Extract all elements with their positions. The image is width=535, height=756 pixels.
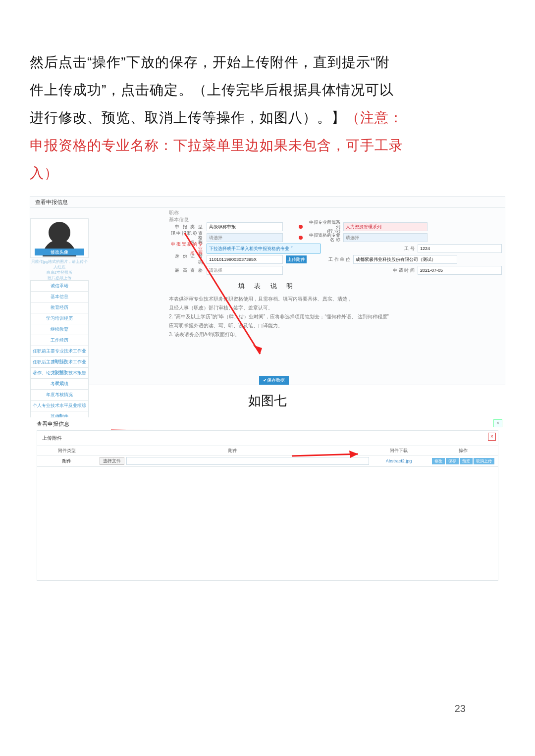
side-item-2[interactable]: 教育经历 (30, 302, 89, 313)
fig2-sub-title: 上传附件 (42, 435, 62, 442)
fig2-inner-close-button[interactable]: × (488, 433, 496, 441)
avatar-placeholder (49, 222, 70, 244)
fig2-table-header: 附件类型 附件 附件下载 操作 (37, 446, 498, 455)
val-r-xl[interactable]: 人力资源管理系列 (343, 222, 428, 231)
op-save[interactable]: 保存 (446, 458, 459, 464)
svg-marker-1 (253, 345, 262, 354)
save-data-button[interactable]: ✔保存数据 (259, 376, 289, 385)
side-item-9[interactable]: 考试成绩 (30, 378, 89, 390)
upload-attachment-button[interactable]: 上传附件 (286, 255, 307, 263)
side-item-10[interactable]: 年度考核情况 (30, 389, 89, 401)
op-cancel[interactable]: 取消上传 (474, 458, 494, 464)
para-line-1: 然后点击“操作”下放的保存，开始上传附件，直到提示“附 (30, 50, 505, 75)
figure-8: 查看申报信息 × 上传附件 × 附件类型 附件 附件下载 操作 附件 (30, 417, 505, 586)
h-download: 附件下载 (369, 446, 428, 455)
lbl-sfz: 身 份 证 号 码 (169, 253, 204, 266)
figure-7-caption: 如图七 (30, 392, 505, 409)
fig2-outer-close-button[interactable]: × (493, 419, 502, 427)
val-r-gh: 1224 (418, 244, 502, 253)
para-line-3: 进行修改、预览、取消上传等操作，如图八）。】（注意： (30, 105, 505, 131)
figure-7: 查看申报信息 职称 基本信息 修改头像 只能传jpg格式的图片，请上传个人红底 … (30, 196, 505, 385)
lbl-r-zy: 申报资格的专业 名 称 (306, 233, 340, 242)
para-line-4: 申报资格的专业名称：下拉菜单里边如果未包含，可手工录 (30, 133, 505, 158)
page-number: 23 (455, 703, 466, 714)
op-edit[interactable]: 修改 (432, 458, 445, 464)
fill-line-4: 3. 该表请务必用A4纸双面打印。 (169, 330, 490, 339)
val-r-zy[interactable]: 请选择 (343, 233, 428, 242)
download-link[interactable]: Abstract2.jpg (369, 455, 428, 467)
side-item-7[interactable]: 任职后主要专业技术工作业绩登记 (30, 356, 89, 368)
lbl-r-sj: 申 请 时 间 (380, 267, 415, 274)
para-line-5: 入） (30, 160, 505, 186)
side-item-5[interactable]: 工作经历 (30, 335, 89, 346)
side-item-3[interactable]: 学习培训经历 (30, 313, 89, 324)
fill-instructions: 本表供评审专业技术职务任职资格使用，且需存档。填写内容要具体、真实、清楚， 且经… (169, 295, 490, 339)
lbl-zg: 最 高 资 格 (169, 267, 204, 274)
para-line-2: 件上传成功”，点击确定。（上传完毕后根据具体情况可以 (30, 77, 505, 103)
h-ops: 操作 (428, 446, 498, 455)
fig1-title: 查看申报信息 (35, 199, 68, 206)
fill-line-3: 应写明掌握外语的读、写、听、说及笔、口译能力。 (169, 321, 490, 330)
fill-line-0: 本表供评审专业技术职务任职资格使用，且需存档。填写内容要具体、真实、清楚， (169, 295, 490, 303)
required-dot-icon (299, 236, 303, 240)
fig1-form: 申 报 类 型 高级职称申报 申报专业所属系列 (行 业) 人力资源管理系列 现… (169, 221, 502, 276)
lbl-r-dw: 工 作 单 位 (316, 256, 350, 263)
row-type: 附件 (37, 455, 97, 467)
val-sfz: 110101199003037395X (207, 255, 283, 264)
lbl-sblx: 申 报 类 型 (169, 224, 204, 230)
h-type: 附件类型 (37, 446, 97, 455)
lbl-r-gh: 工 号 (380, 246, 415, 252)
val-sbzy[interactable]: 下拉选择或手工录入相关申报资格的专业 ˅ (207, 244, 321, 253)
val-zg[interactable]: 请选择 (207, 266, 283, 275)
val-r-dw: 成都紫极伟业科技股份有限公司（测试） (353, 255, 457, 264)
choose-file-button[interactable]: 选择文件 (100, 457, 124, 465)
tab-zhicheng[interactable]: 职称 (169, 209, 179, 216)
fill-line-1: 且经人事（职改）部门审核、签字、盖章认可。 (169, 303, 490, 312)
fig1-sidebar: 修改头像 只能传jpg格式的图片，请上传个人红底 白底1寸登照所 照片必须上传 … (30, 218, 89, 422)
fig2-outer-title: 查看申报信息 (37, 420, 498, 428)
op-preview[interactable]: 预览 (460, 458, 473, 464)
side-item-1[interactable]: 基本信息 (30, 291, 89, 302)
fig2-upload-dialog: 上传附件 × 附件类型 附件 附件下载 操作 附件 选择文件 Abstract2… (37, 430, 498, 581)
avatar-note: 只能传jpg格式的图片，请上传个人红底 白底1寸登照所 照片必须上传 (30, 259, 89, 281)
side-item-4[interactable]: 继续教育 (30, 324, 89, 335)
h-file: 附件 (97, 446, 369, 455)
val-xsbzc[interactable]: 请选择 (207, 233, 283, 242)
side-item-8[interactable]: 著作、论文及重要技术报告登记 (30, 367, 89, 379)
file-path-input[interactable] (126, 457, 369, 465)
fig2-table-row: 附件 选择文件 Abstract2.jpg 修改 保存 预览 取消上传 (37, 455, 498, 467)
para-line-3-black: 进行修改、预览、取消上传等操作，如图八）。】 (30, 110, 346, 125)
change-avatar-button[interactable]: 修改头像 (35, 249, 84, 255)
row-ops: 修改 保存 预览 取消上传 (428, 455, 498, 467)
fill-line-2: 2. “高中及以上学历”的“毕（肆、结）业时间”，应将非选择项用笔划去；“懂何种… (169, 312, 490, 321)
avatar-box: 修改头像 (30, 218, 89, 258)
lbl-r-xl: 申报专业所属系列 (行 业) (306, 220, 340, 234)
side-item-11[interactable]: 个人专业技术水平及业绩综述 (30, 400, 89, 411)
required-dot-icon (299, 225, 303, 229)
fill-instructions-title: 填 表 说 明 (30, 282, 505, 291)
val-r-sj: 2021-07-05 (418, 266, 502, 275)
val-sblx: 高级职称申报 (207, 222, 283, 231)
para-line-3-red: （注意： (346, 110, 403, 125)
side-item-6[interactable]: 任职前主要专业技术工作业绩登记 (30, 346, 89, 357)
